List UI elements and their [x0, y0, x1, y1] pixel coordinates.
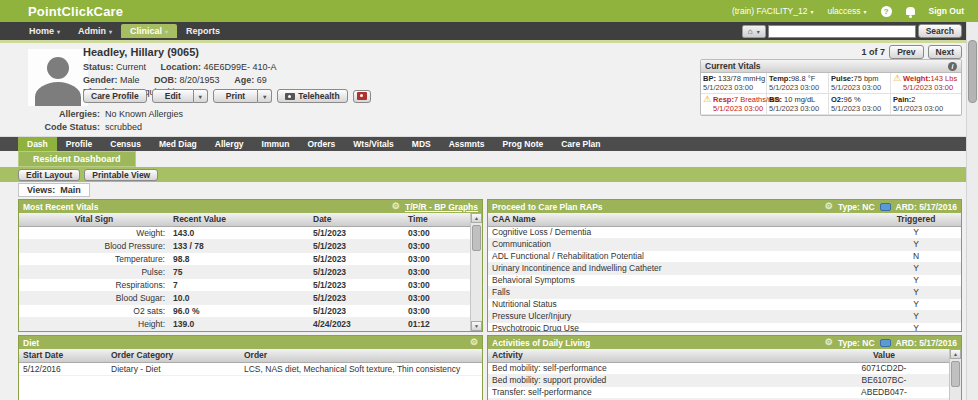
search-button[interactable]: Search [918, 24, 962, 38]
tab-census[interactable]: Census [101, 137, 150, 151]
tab-mds[interactable]: MDS [403, 137, 440, 151]
table-row: 5/12/2016Dietary - DietLCS, NAS diet, Me… [19, 362, 482, 375]
assessment-type-label: Type: NC [838, 338, 875, 348]
prev-button[interactable]: Prev [889, 45, 923, 59]
mds-assessment-icon[interactable] [880, 339, 891, 347]
views-current: Main [60, 185, 81, 195]
resident-dashboard-tab[interactable]: Resident Dashboard [18, 151, 136, 167]
tab-assmnts[interactable]: Assmnts [440, 137, 494, 151]
vital-cell-resp: ⚠ Resp:7 Breaths/min 5/1/2023 03:00 [701, 94, 767, 115]
gear-icon[interactable]: ⚙ [825, 202, 833, 211]
table-row: CommunicationY [488, 238, 961, 250]
tab-care-plan[interactable]: Care Plan [552, 137, 609, 151]
table-row: ADL Functional / Rehabilitation Potentia… [488, 250, 961, 262]
code-status-row: Code Status: scrubbed [0, 122, 320, 132]
tab-med-diag[interactable]: Med Diag [150, 137, 206, 151]
table-row: Urinary Incontinence and Indwelling Cath… [488, 262, 961, 274]
table-row: Blood Sugar:10.05/1/202303:00 [19, 291, 470, 304]
scroll-up-icon[interactable]: ▲ [471, 213, 482, 223]
gear-icon[interactable]: ⚙ [392, 202, 400, 211]
print-dropdown-button[interactable]: ▾ [258, 89, 272, 103]
vital-cell-pain: Pain:2 5/1/2023 03:00 [891, 94, 961, 115]
resident-pager: 1 of 7 Prev Next [862, 45, 962, 59]
vital-cell-bp: BP: 133/78 mmHg 5/1/2023 03:00 [701, 73, 767, 94]
panel-header: Activities of Daily Living ⚙ Type: NC AR… [488, 336, 961, 349]
next-button[interactable]: Next [928, 45, 962, 59]
sign-out-link[interactable]: Sign Out [929, 6, 964, 16]
vital-cell-bs: BS: 10 mg/dL 5/1/2023 03:00 [767, 94, 829, 115]
adl-table: Activity Value Bed mobility: self-perfor… [488, 349, 949, 400]
page-scrollbar[interactable] [966, 22, 978, 400]
edit-button[interactable]: Edit [152, 89, 194, 103]
edit-split-button: Edit ▾ [152, 89, 208, 103]
telehealth-button[interactable]: Telehealth [277, 89, 347, 103]
chevron-down-icon: ▾ [810, 8, 813, 15]
printable-view-button[interactable]: Printable View [84, 169, 158, 181]
home-icon: ⌂ [748, 27, 753, 36]
help-icon[interactable]: ? [881, 6, 892, 17]
video-camera-icon [357, 92, 367, 100]
main-nav: Home▾ Admin▾ Clinical▾ Reports ⌂ ▾ Searc… [0, 22, 978, 40]
tab-prog-note[interactable]: Prog Note [494, 137, 553, 151]
table-row: Transfer: self-performanceABEDB047- [488, 386, 949, 398]
nav-admin[interactable]: Admin▾ [69, 24, 121, 38]
print-button[interactable]: Print [213, 89, 258, 103]
top-bar: PointClickCare (train) FACILITY_12 ▾ ula… [0, 0, 978, 22]
global-search: ⌂ ▾ Search [742, 24, 962, 38]
facility-selector[interactable]: (train) FACILITY_12 ▾ [732, 6, 814, 16]
views-selector[interactable]: Views: Main [18, 183, 90, 197]
scrollbar[interactable]: ▲ ▼ [470, 213, 482, 331]
chevron-down-icon: ▾ [864, 8, 867, 15]
gear-icon[interactable]: ⚙ [825, 338, 833, 347]
chevron-down-icon: ▾ [199, 94, 202, 100]
vital-cell-weight: ⚠ Weight:143 Lbs 5/1/2023 03:00 [891, 73, 961, 94]
camera-icon [285, 93, 295, 100]
tab-dash[interactable]: Dash [18, 137, 57, 151]
bp-graphs-link[interactable]: T/P/R - BP Graphs [405, 202, 478, 212]
page-scrollbar-thumb[interactable] [968, 40, 977, 103]
vital-cell-temp: Temp:98.8 °F 5/1/2023 03:00 [767, 73, 829, 94]
gear-icon[interactable]: ⚙ [470, 338, 478, 347]
panel-diet: Diet ⚙ Start Date Order Category Order O… [18, 335, 483, 400]
tab-allergy[interactable]: Allergy [206, 137, 253, 151]
search-input[interactable] [768, 25, 916, 38]
edit-dropdown-button[interactable]: ▾ [194, 89, 208, 103]
nav-clinical[interactable]: Clinical▾ [121, 24, 177, 38]
panel-title: Proceed to Care Plan RAPs [492, 202, 603, 212]
tab-profile[interactable]: Profile [57, 137, 101, 151]
search-scope-dropdown[interactable]: ⌂ ▾ [742, 25, 766, 38]
patient-name: Headley, Hillary (9065) [83, 46, 289, 58]
top-bar-right: (train) FACILITY_12 ▾ ulaccess ▾ ? Sign … [732, 6, 964, 17]
scrollbar-thumb[interactable] [951, 361, 960, 387]
chart-tabs: Dash Profile Census Med Diag Allergy Imm… [0, 137, 978, 151]
edit-layout-button[interactable]: Edit Layout [18, 169, 80, 181]
table-row: Height:139.04/24/202301:12 [19, 317, 470, 330]
scroll-up-icon[interactable]: ▲ [950, 349, 961, 359]
tab-immun[interactable]: Immun [253, 137, 299, 151]
assessment-type-label: Type: NC [838, 202, 875, 212]
user-menu[interactable]: ulaccess ▾ [827, 6, 866, 16]
info-icon[interactable]: i [948, 62, 957, 71]
scroll-down-icon[interactable]: ▼ [471, 321, 482, 331]
panel-title: Diet [23, 338, 39, 348]
table-row: O2 sats:96.0 %5/1/202303:00 [19, 304, 470, 317]
vital-cell-pulse: Pulse:75 bpm 5/1/2023 03:00 [829, 73, 891, 94]
patient-status-line: Status: Current Location: 46E6D99E- 410-… [83, 62, 289, 72]
nav-reports[interactable]: Reports [177, 24, 229, 38]
print-split-button: Print ▾ [213, 89, 272, 103]
current-vitals-grid: BP: 133/78 mmHg 5/1/2023 03:00 Temp:98.8… [701, 73, 961, 115]
bell-icon[interactable] [906, 7, 915, 15]
mds-assessment-icon[interactable] [880, 203, 891, 211]
scrollbar[interactable]: ▲ [949, 349, 961, 400]
tab-orders[interactable]: Orders [298, 137, 344, 151]
dashboard-grid: Most Recent Vitals ⚙ T/P/R - BP Graphs V… [18, 199, 962, 400]
panel-title: Most Recent Vitals [23, 202, 98, 212]
tab-wts-vitals[interactable]: Wts/Vitals [344, 137, 402, 151]
nav-home[interactable]: Home▾ [20, 24, 69, 38]
patient-demographics-line: Gender: Male DOB: 8/20/1953 Age: 69 [83, 75, 289, 85]
care-profile-button[interactable]: Care Profile [83, 89, 147, 103]
scrollbar-thumb[interactable] [472, 225, 481, 251]
table-row: Cognitive Loss / DementiaY [488, 226, 961, 238]
video-camera-button[interactable] [353, 90, 371, 103]
table-row: Psychotropic Drug UseY [488, 322, 961, 331]
